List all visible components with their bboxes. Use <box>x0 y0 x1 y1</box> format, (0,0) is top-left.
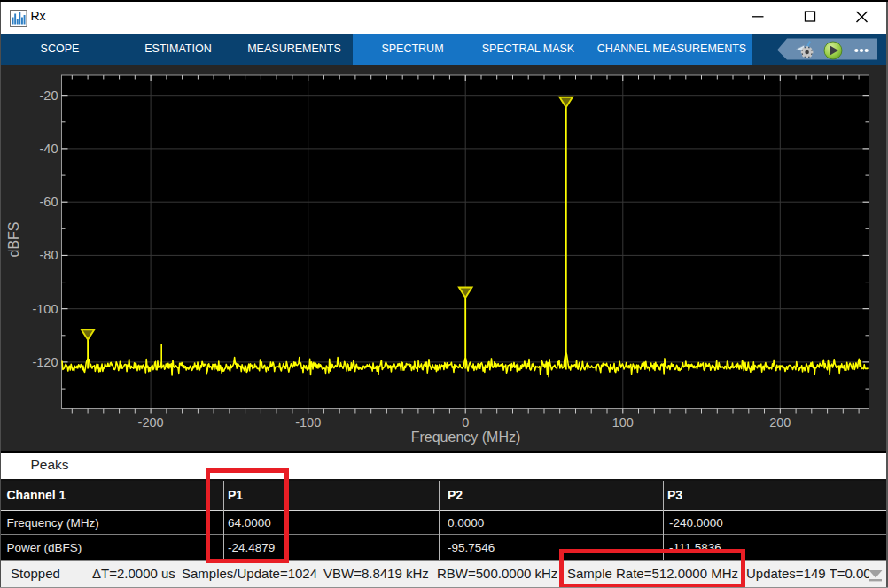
svg-text:200: 200 <box>769 415 791 429</box>
svg-text:-20: -20 <box>40 88 58 102</box>
svg-text:-100: -100 <box>295 415 321 429</box>
svg-text:0: 0 <box>462 415 469 429</box>
svg-text:-80: -80 <box>40 248 58 262</box>
svg-text:-40: -40 <box>40 141 58 155</box>
svg-text:dBFS: dBFS <box>6 221 21 257</box>
svg-text:-100: -100 <box>32 301 58 315</box>
svg-text:-60: -60 <box>40 195 58 209</box>
svg-text:100: 100 <box>612 415 634 429</box>
svg-text:Frequency (MHz): Frequency (MHz) <box>411 429 521 445</box>
svg-text:-120: -120 <box>32 354 58 368</box>
svg-text:-200: -200 <box>138 415 164 429</box>
